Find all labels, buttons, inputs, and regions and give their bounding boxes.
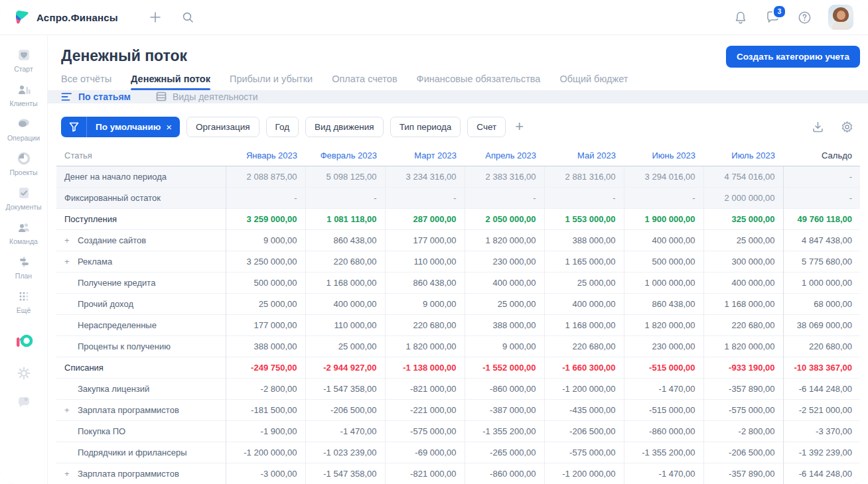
aspro-logo-icon[interactable]	[14, 332, 34, 352]
notifications-bell-icon[interactable]	[733, 9, 749, 25]
add-filter-button[interactable]: +	[515, 119, 524, 134]
sidebar-item-plan[interactable]: План	[2, 254, 46, 280]
cell-month-5: -	[544, 188, 624, 209]
table-row[interactable]: Списания-249 750,00-2 944 927,00-1 138 0…	[56, 357, 860, 379]
table-row[interactable]: Закупка лицензий-2 800,00-1 547 358,00-8…	[56, 379, 860, 400]
cell-month-4: -265 000,00	[465, 442, 544, 463]
tab-financial-obligations[interactable]: Финансовые обязательства	[417, 74, 541, 90]
column-header-month-2[interactable]: Февраль 2023	[305, 145, 385, 166]
table-row[interactable]: +Зарплата программистов-181 500,00-206 5…	[56, 400, 860, 421]
cell-month-6: -1 470,00	[624, 463, 703, 484]
row-label: +Зарплата программистов	[56, 463, 226, 484]
cell-month-3: 287 000,00	[385, 209, 465, 230]
filter-chip-account[interactable]: Счет	[467, 117, 506, 137]
cell-month-1: -1 900,00	[226, 421, 305, 442]
table-row[interactable]: Подрядчики и фрилансеры-1 200 000,00-1 0…	[56, 442, 860, 463]
cell-month-6: -	[624, 188, 703, 209]
table-row[interactable]: +Зарплата программистов-3 000,00-1 547 3…	[56, 463, 860, 484]
view-by-articles[interactable]: По статьям	[61, 91, 131, 102]
expand-row-icon[interactable]: +	[64, 235, 74, 245]
download-button[interactable]	[810, 119, 826, 135]
column-header-month-4[interactable]: Апрель 2023	[465, 145, 544, 166]
table-row[interactable]: Нераспределенные177 000,00110 000,00220 …	[56, 315, 860, 336]
cell-month-2: 25 000,00	[305, 336, 385, 357]
cell-saldo: -2 521 000,00	[783, 400, 860, 421]
cell-month-2: -1 023 239,00	[305, 442, 385, 463]
table-row[interactable]: +Реклама3 250 000,00220 680,00110 000,00…	[56, 251, 860, 272]
cell-month-7: -2 800,00	[703, 421, 783, 442]
cell-month-6: 1 820 000,00	[624, 315, 703, 336]
filter-chip-organization[interactable]: Организация	[186, 117, 259, 137]
operations-icon	[16, 116, 32, 132]
quick-add-button[interactable]	[147, 9, 163, 25]
tab-general-budget[interactable]: Общий бюджет	[559, 74, 628, 90]
row-label: +Зарплата программистов	[56, 400, 226, 421]
expand-row-icon[interactable]: +	[64, 257, 74, 267]
cell-month-5: 400 000,00	[544, 294, 624, 315]
table-row[interactable]: Прочий доход25 000,00400 000,009 000,002…	[56, 294, 860, 315]
cell-month-3: 110 000,00	[385, 251, 465, 272]
search-button[interactable]	[181, 9, 196, 25]
brand[interactable]: Аспро.Финансы	[13, 9, 118, 26]
sidebar-item-more[interactable]: Ещё	[2, 288, 46, 314]
tab-cash-flow[interactable]: Денежный поток	[131, 74, 210, 90]
tab-invoice-payment[interactable]: Оплата счетов	[332, 74, 397, 90]
table-row[interactable]: Покупка ПО-1 900,00-1 470,00-575 000,00-…	[56, 421, 860, 442]
sidebar-item-clients[interactable]: Клиенты	[2, 82, 46, 107]
expand-row-icon[interactable]: +	[64, 405, 74, 415]
table-row[interactable]: Фиксированный остаток------2 000 000,00-	[56, 188, 860, 209]
cell-month-3: 177 000,00	[385, 230, 465, 251]
tab-profit-loss[interactable]: Прибыли и убытки	[230, 74, 313, 90]
column-header-month-6[interactable]: Июнь 2023	[624, 145, 703, 166]
topbar: Аспро.Финансы 3	[0, 0, 868, 35]
cell-month-6: -515 000,00	[624, 400, 703, 421]
sidebar-item-operations[interactable]: Операции	[2, 116, 46, 142]
view-by-activity[interactable]: Виды деятельности	[156, 91, 258, 102]
cell-month-4: 9 000,00	[465, 336, 544, 357]
create-category-button[interactable]: Создать категорию учета	[726, 46, 860, 68]
tab-all-reports[interactable]: Все отчёты	[61, 74, 111, 90]
row-label: Денег на начало периода	[56, 166, 226, 188]
cell-month-1: -2 800,00	[226, 379, 305, 400]
sidebar-item-projects[interactable]: Проекты	[2, 151, 46, 176]
cell-month-3: -221 000,00	[385, 400, 465, 421]
user-avatar[interactable]	[828, 5, 853, 30]
row-label: Нераспределенные	[56, 315, 226, 336]
start-icon	[16, 47, 32, 63]
settings-gear-icon[interactable]	[16, 365, 32, 381]
cell-month-2: 1 168 000,00	[305, 272, 385, 294]
filter-chip-movement-type[interactable]: Вид движения	[305, 117, 384, 137]
cell-month-1: 388 000,00	[226, 336, 305, 357]
filter-chip-default[interactable]: По умолчанию ×	[61, 117, 180, 137]
table-row[interactable]: Денег на начало периода2 088 875,005 098…	[56, 166, 860, 188]
filter-chip-label: По умолчанию	[87, 122, 165, 132]
table-row[interactable]: Получение кредита500 000,001 168 000,008…	[56, 272, 860, 294]
cell-month-2: -1 547 358,00	[305, 379, 385, 400]
table-row[interactable]: Проценты к получению388 000,0025 000,001…	[56, 336, 860, 357]
cell-saldo: 38 069 000,00	[783, 315, 860, 336]
cell-month-1: -249 750,00	[226, 357, 305, 379]
table-row[interactable]: +Создание сайтов9 000,00860 438,00177 00…	[56, 230, 860, 251]
filter-chip-year[interactable]: Год	[266, 117, 299, 137]
support-chat-icon[interactable]	[16, 394, 32, 410]
sidebar-item-documents[interactable]: Документы	[2, 185, 46, 211]
sidebar-item-team[interactable]: Команда	[2, 219, 46, 245]
messages-chat-icon[interactable]: 3	[764, 9, 780, 25]
cell-month-1: 25 000,00	[226, 294, 305, 315]
view-mode-bar: По статьям Виды деятельности	[48, 90, 868, 103]
cell-month-7: 1 820 000,00	[703, 336, 783, 357]
column-header-month-7[interactable]: Июль 2023	[703, 145, 783, 166]
expand-row-icon[interactable]: +	[64, 469, 74, 479]
column-header-month-5[interactable]: Май 2023	[544, 145, 624, 166]
column-header-month-1[interactable]: Январь 2023	[226, 145, 305, 166]
filter-chip-period-type[interactable]: Тип периода	[390, 117, 461, 137]
help-icon[interactable]	[796, 9, 812, 25]
cell-saldo: -3 370,00	[783, 421, 860, 442]
table-settings-gear-icon[interactable]	[839, 119, 855, 135]
remove-filter-icon[interactable]: ×	[165, 121, 180, 133]
cell-month-7: 2 000 000,00	[703, 188, 783, 209]
sidebar-item-start[interactable]: Старт	[2, 47, 46, 73]
column-header-month-3[interactable]: Март 2023	[385, 145, 465, 166]
table-row[interactable]: Поступления3 259 000,001 081 118,00287 0…	[56, 209, 860, 230]
cell-month-2: -1 470,00	[305, 421, 385, 442]
